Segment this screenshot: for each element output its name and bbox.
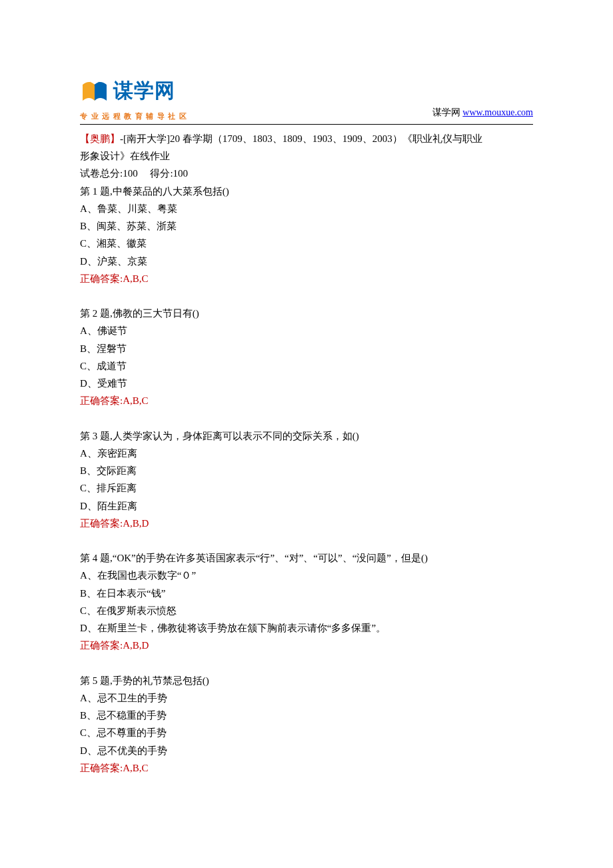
option: A、鲁菜、川菜、粤菜 — [80, 200, 533, 217]
brand-url-link[interactable]: www.mouxue.com — [462, 107, 533, 117]
option: D、忌不优美的手势 — [80, 742, 533, 759]
answer: 正确答案:A,B,C — [80, 270, 533, 287]
question-block: 第 4 题,“OK”的手势在许多英语国家表示“行”、“对”、“可以”、“没问题”… — [80, 549, 533, 655]
intro-block: 【奥鹏】-[南开大学]20 春学期（1709、1803、1809、1903、19… — [80, 130, 533, 287]
logo-block: 谋学网 专业远程教育辅导社区 — [80, 73, 190, 123]
option: B、交际距离 — [80, 462, 533, 479]
brand-label-small: 谋学网 — [432, 107, 460, 117]
option: A、在我国也表示数字“０” — [80, 567, 533, 584]
option: D、陌生距离 — [80, 497, 533, 515]
option: B、涅磐节 — [80, 340, 533, 357]
answer: 正确答案:A,B,C — [80, 759, 533, 777]
answer: 正确答案:A,B,C — [80, 392, 533, 409]
question-text: 第 3 题,人类学家认为，身体距离可以表示不同的交际关系，如() — [80, 427, 533, 445]
question-block: 第 5 题,手势的礼节禁忌包括() A、忌不卫生的手势 B、忌不稳重的手势 C、… — [80, 672, 533, 777]
title-line-1: 【奥鹏】-[南开大学]20 春学期（1709、1803、1809、1903、19… — [80, 130, 533, 147]
page: 谋学网 专业远程教育辅导社区 谋学网 www.mouxue.com 【奥鹏】-[… — [0, 0, 613, 777]
option: D、在斯里兰卡，佛教徒将该手势放在颔下胸前表示请你“多多保重”。 — [80, 619, 533, 637]
content: 【奥鹏】-[南开大学]20 春学期（1709、1803、1809、1903、19… — [80, 130, 533, 777]
score-line: 试卷总分:100 得分:100 — [80, 165, 533, 182]
option: C、成道节 — [80, 357, 533, 375]
question-text: 第 2 题,佛教的三大节日有() — [80, 305, 533, 322]
option: D、沪菜、京菜 — [80, 253, 533, 270]
option: C、湘菜、徽菜 — [80, 235, 533, 252]
option: C、排斥距离 — [80, 479, 533, 497]
logo-top: 谋学网 — [80, 73, 190, 109]
question-text: 第 4 题,“OK”的手势在许多英语国家表示“行”、“对”、“可以”、“没问题”… — [80, 549, 533, 567]
brand-name: 谋学网 — [113, 73, 175, 109]
answer: 正确答案:A,B,D — [80, 637, 533, 654]
option: A、亲密距离 — [80, 445, 533, 462]
option: D、受难节 — [80, 375, 533, 392]
option: A、佛诞节 — [80, 322, 533, 339]
option: B、闽菜、苏菜、浙菜 — [80, 217, 533, 235]
title-line-2: 形象设计》在线作业 — [80, 147, 533, 165]
title-tag: 【奥鹏】 — [80, 133, 120, 144]
option: C、忌不尊重的手势 — [80, 724, 533, 741]
question-text: 第 1 题,中餐菜品的八大菜系包括() — [80, 183, 533, 200]
brand-tagline: 专业远程教育辅导社区 — [80, 110, 190, 123]
page-header: 谋学网 专业远程教育辅导社区 谋学网 www.mouxue.com — [80, 73, 533, 125]
title-rest: -[南开大学]20 春学期（1709、1803、1809、1903、1909、2… — [120, 133, 482, 144]
header-right: 谋学网 www.mouxue.com — [432, 105, 533, 123]
brand-main-text: 谋学网 — [113, 73, 175, 109]
question-text: 第 5 题,手势的礼节禁忌包括() — [80, 672, 533, 689]
option: A、忌不卫生的手势 — [80, 689, 533, 707]
option: C、在俄罗斯表示愤怒 — [80, 602, 533, 619]
question-block: 第 3 题,人类学家认为，身体距离可以表示不同的交际关系，如() A、亲密距离 … — [80, 427, 533, 533]
question-block: 第 2 题,佛教的三大节日有() A、佛诞节 B、涅磐节 C、成道节 D、受难节… — [80, 305, 533, 410]
option: B、忌不稳重的手势 — [80, 707, 533, 724]
option: B、在日本表示“钱” — [80, 585, 533, 602]
answer: 正确答案:A,B,D — [80, 515, 533, 532]
book-icon — [80, 78, 109, 103]
